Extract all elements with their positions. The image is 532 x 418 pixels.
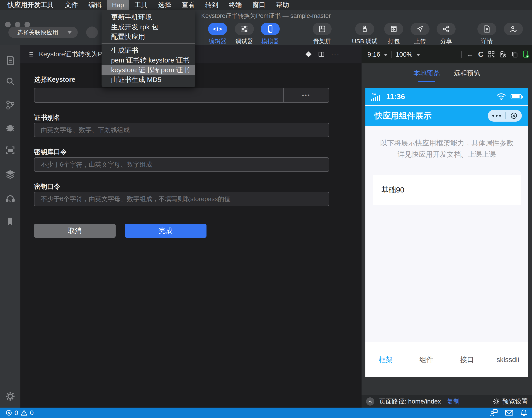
phone-status-bar: 4G 11:36 bbox=[365, 88, 528, 105]
list-icon bbox=[29, 52, 35, 57]
copy-icon[interactable] bbox=[511, 51, 518, 58]
toolbar-skeleton-button[interactable]: 骨架屏 bbox=[310, 23, 335, 45]
search-icon[interactable] bbox=[5, 77, 15, 86]
toolbar-simulator-button[interactable]: 模拟器 bbox=[258, 23, 283, 45]
card-label: 基础90 bbox=[373, 185, 404, 195]
field-label-alias: 证书别名 bbox=[34, 113, 60, 122]
mail-icon[interactable] bbox=[505, 409, 513, 416]
aspect-ratio-value[interactable]: 9:16 bbox=[367, 51, 380, 58]
menu-item-tools[interactable]: 工具 bbox=[129, 0, 153, 10]
browse-button[interactable]: ••• bbox=[283, 88, 329, 102]
menu-item-select[interactable]: 选择 bbox=[153, 0, 176, 10]
split-editor-icon[interactable] bbox=[318, 51, 325, 58]
menu-option-configure-quickapp[interactable]: 配置快应用 bbox=[102, 32, 195, 41]
menu-app-name[interactable]: 快应用开发工具 bbox=[0, 0, 60, 10]
clipboard-history-icon[interactable] bbox=[499, 51, 507, 58]
back-arrow-icon[interactable]: ← bbox=[466, 50, 473, 59]
qr-code-icon[interactable] bbox=[488, 51, 495, 58]
explorer-icon[interactable] bbox=[5, 55, 15, 65]
settings-gear-icon[interactable] bbox=[5, 391, 15, 401]
submit-button[interactable]: 完成 bbox=[125, 224, 206, 238]
phone-intro-text: 以下将展示快应用框架能力，具体属性参数 详见快应用开发文档。上课上课 bbox=[365, 138, 528, 160]
problems-indicator[interactable]: 0 0 bbox=[0, 409, 34, 417]
menu-option-pem-to-keystore[interactable]: pem 证书转 keystore 证书 bbox=[102, 55, 195, 65]
list-item[interactable]: 基础90 bbox=[373, 175, 521, 205]
menu-bar: 快应用开发工具 文件 编辑 Hap 工具 选择 查看 转到 终端 窗口 帮助 bbox=[0, 0, 532, 10]
package-icon bbox=[390, 25, 397, 33]
more-actions-icon[interactable]: ··· bbox=[331, 50, 340, 58]
chevron-up-icon bbox=[368, 400, 372, 403]
keystore-input[interactable] bbox=[35, 88, 283, 102]
feedback-icon[interactable] bbox=[490, 409, 498, 417]
close-window-button[interactable] bbox=[5, 22, 11, 27]
collapse-button[interactable] bbox=[366, 397, 374, 406]
toolbar-account-button[interactable] bbox=[501, 23, 526, 44]
wifi-icon bbox=[496, 93, 506, 101]
phone-tab-sklssdii[interactable]: sklssdii bbox=[488, 356, 528, 364]
chevron-down-icon[interactable] bbox=[384, 54, 388, 56]
menu-item-edit[interactable]: 编辑 bbox=[83, 0, 107, 10]
phone-tab-interface[interactable]: 接口 bbox=[447, 355, 488, 365]
menu-option-keystore-to-pem[interactable]: keystore 证书转 pem 证书 bbox=[102, 65, 195, 75]
keypass-input[interactable] bbox=[35, 192, 329, 206]
layers-icon[interactable] bbox=[5, 169, 15, 179]
app-select-dropdown[interactable]: 选择关联快应用 bbox=[8, 27, 78, 38]
close-circle-icon[interactable] bbox=[510, 112, 518, 119]
toolbar-upload-button[interactable]: 上传 bbox=[408, 23, 433, 45]
phone-tab-components[interactable]: 组件 bbox=[406, 355, 447, 365]
round-button-partial[interactable] bbox=[86, 26, 98, 38]
zoom-level-value[interactable]: 100% bbox=[396, 51, 412, 58]
alias-input[interactable] bbox=[35, 123, 329, 137]
warning-icon bbox=[20, 409, 28, 416]
chevron-down-icon bbox=[67, 31, 72, 34]
network-type: 4G bbox=[372, 92, 376, 95]
document-icon bbox=[484, 25, 490, 33]
debug-icon[interactable] bbox=[5, 123, 15, 133]
editor-panel: Keystore证书转换为Pem证书 ··· 选择Keystore ••• 证书… bbox=[20, 45, 362, 407]
toolbar-package-button[interactable]: 打包 bbox=[381, 23, 406, 45]
toolbar-share-button[interactable]: 分享 bbox=[434, 23, 459, 45]
menu-item-terminal[interactable]: 终端 bbox=[223, 0, 247, 10]
cancel-button[interactable]: 取消 bbox=[34, 224, 116, 238]
refresh-icon[interactable]: C bbox=[478, 50, 484, 59]
preview-panel: 9:16 100% ← C 本地预览 远程预览 bbox=[362, 45, 532, 407]
phone-icon bbox=[267, 25, 274, 33]
alias-input-group bbox=[34, 123, 329, 137]
chevron-down-icon[interactable] bbox=[416, 54, 420, 56]
menu-option-generate-dev-rpk[interactable]: 生成开发 rpk 包 bbox=[102, 22, 195, 32]
menu-item-window[interactable]: 窗口 bbox=[247, 0, 271, 10]
device-connected-icon[interactable] bbox=[522, 50, 529, 58]
toolbar-details-button[interactable]: 详情 bbox=[474, 23, 499, 45]
toolbar-debugger-button[interactable]: 调试器 bbox=[232, 23, 257, 45]
source-control-icon[interactable] bbox=[5, 100, 15, 110]
notifications-bell-icon[interactable] bbox=[520, 409, 527, 417]
menu-item-file[interactable]: 文件 bbox=[60, 0, 83, 10]
bookmark-icon[interactable] bbox=[5, 217, 15, 226]
menu-item-view[interactable]: 查看 bbox=[176, 0, 200, 10]
phone-menu-capsule bbox=[488, 110, 522, 122]
prettier-icon[interactable] bbox=[305, 51, 312, 58]
preview-settings-button[interactable]: 预览设置 bbox=[493, 397, 528, 406]
copy-path-link[interactable]: 复制 bbox=[447, 397, 459, 406]
storepass-input[interactable] bbox=[35, 158, 329, 171]
support-headset-icon[interactable] bbox=[5, 194, 15, 204]
more-menu-icon[interactable] bbox=[492, 115, 501, 117]
menu-option-generate-cert[interactable]: 生成证书 bbox=[102, 46, 195, 55]
tab-local-preview[interactable]: 本地预览 bbox=[413, 67, 440, 80]
menu-item-goto[interactable]: 转到 bbox=[200, 0, 223, 10]
toolbar-usb-debug-button[interactable]: USB 调试 bbox=[345, 23, 384, 45]
toolbar-editor-button[interactable]: </> 编辑器 bbox=[205, 23, 230, 45]
menu-item-help[interactable]: 帮助 bbox=[271, 0, 294, 10]
phone-tab-bar: 框架 组件 接口 sklssdii bbox=[365, 342, 528, 377]
menu-option-update-phone-env[interactable]: 更新手机环境 bbox=[102, 12, 195, 22]
keypass-input-group bbox=[34, 192, 329, 206]
tab-remote-preview[interactable]: 远程预览 bbox=[453, 67, 481, 80]
menu-option-cert-to-md5[interactable]: 由证书生成 MD5 bbox=[102, 75, 195, 84]
simulator-view-icon[interactable] bbox=[5, 145, 15, 155]
code-icon: </> bbox=[213, 26, 222, 32]
usb-icon bbox=[361, 25, 368, 33]
status-bar: 0 0 bbox=[0, 407, 532, 418]
share-icon bbox=[442, 25, 450, 33]
phone-tab-framework[interactable]: 框架 bbox=[365, 355, 406, 365]
menu-item-hap[interactable]: Hap bbox=[107, 0, 129, 10]
